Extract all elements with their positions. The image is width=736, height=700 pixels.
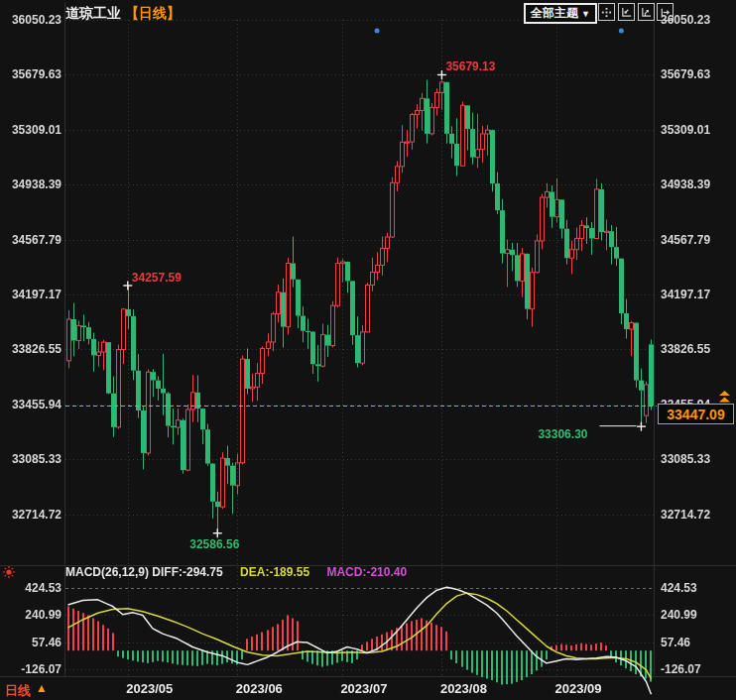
move-crosshair-icon	[601, 7, 612, 18]
macd-dea-value: DEA:-189.55	[240, 565, 309, 579]
footer-period-label[interactable]: 日线	[5, 682, 31, 700]
double-up-arrow-icon[interactable]	[717, 391, 732, 404]
low-price-annotation: 33306.30	[538, 427, 587, 441]
price-axis-label-right: 34567.79	[661, 233, 710, 247]
x-axis-month-label: 2023/09	[554, 681, 601, 696]
macd-axis-label-right: -126.07	[661, 662, 701, 676]
price-axis-label-right: 33826.55	[661, 342, 710, 356]
macd-macd-value: MACD:-210.40	[326, 565, 407, 579]
price-axis-label-right: 34938.39	[661, 177, 710, 191]
high-price-annotation: 35679.13	[445, 59, 495, 73]
current-price-tag: 33447.09	[658, 404, 734, 424]
zoom-axis-right-button[interactable]	[638, 3, 655, 21]
price-axis-label-left: 36050.23	[0, 13, 61, 27]
move-crosshair-icon-button[interactable]	[598, 3, 615, 21]
zoom-axis-left-icon	[621, 7, 632, 18]
low-price-annotation: 32586.56	[189, 537, 239, 551]
x-axis-month-label: 2023/05	[126, 681, 173, 696]
macd-axis-label-right: 240.99	[661, 608, 697, 622]
price-axis-label-left: 34938.39	[0, 177, 61, 191]
indicator-settings-icon[interactable]	[2, 565, 16, 579]
price-axis-label-left: 35679.63	[0, 67, 61, 81]
theme-dropdown-label: 全部主题	[531, 5, 578, 22]
candlestick-chart-canvas[interactable]	[0, 0, 736, 700]
price-axis-label-left: 33826.55	[0, 342, 61, 356]
macd-main-values: MACD(26,12,9) DIFF:-294.75	[65, 565, 223, 579]
zoom-axis-left-button[interactable]	[618, 3, 635, 21]
period-tag: 【日线】	[125, 5, 181, 21]
symbol-name: 道琼工业	[65, 5, 121, 21]
price-axis-label-left: 34197.17	[0, 288, 61, 301]
macd-axis-label-right: 424.53	[661, 581, 697, 595]
price-axis-label-right: 34197.17	[661, 288, 710, 301]
price-axis-label-right: 33085.33	[661, 452, 710, 466]
price-axis-label-left: 33455.94	[0, 398, 61, 411]
x-axis-month-label: 2023/06	[236, 681, 283, 696]
price-axis-label-left: 33085.33	[0, 452, 61, 466]
price-axis-label-right: 35309.01	[661, 123, 710, 137]
theme-dropdown[interactable]: 全部主题 ▼	[524, 3, 597, 24]
price-axis-label-left: 34567.79	[0, 233, 61, 247]
macd-axis-label-right: 57.46	[661, 636, 690, 649]
macd-axis-label-left: 57.46	[0, 636, 61, 649]
price-axis-label-left: 35309.01	[0, 123, 61, 137]
current-price-value: 33447.09	[667, 407, 724, 422]
price-axis-label-right: 36050.23	[661, 13, 710, 27]
price-axis-label-left: 32714.72	[0, 508, 61, 522]
x-axis-month-label: 2023/08	[440, 681, 487, 696]
price-axis-label-right: 35679.63	[661, 67, 710, 81]
footer-up-triangle-icon: ▲	[36, 681, 48, 695]
chevron-down-icon: ▼	[581, 9, 590, 19]
price-axis-label-right: 32714.72	[661, 508, 710, 522]
macd-axis-label-left: 424.53	[0, 581, 61, 595]
macd-indicator-header[interactable]: MACD(26,12,9) DIFF:-294.75 DEA:-189.55 M…	[65, 565, 407, 579]
chart-title: 道琼工业【日线】	[65, 5, 181, 23]
high-price-annotation: 34257.59	[132, 271, 182, 285]
macd-axis-label-left: 240.99	[0, 608, 61, 622]
stock-chart-app: 道琼工业【日线】 全部主题 ▼ MACD(26,12,9) DIFF:-294.…	[0, 0, 736, 700]
zoom-axis-right-icon	[641, 7, 652, 18]
macd-axis-label-left: -126.07	[0, 662, 61, 676]
x-axis-month-label: 2023/07	[340, 681, 387, 696]
